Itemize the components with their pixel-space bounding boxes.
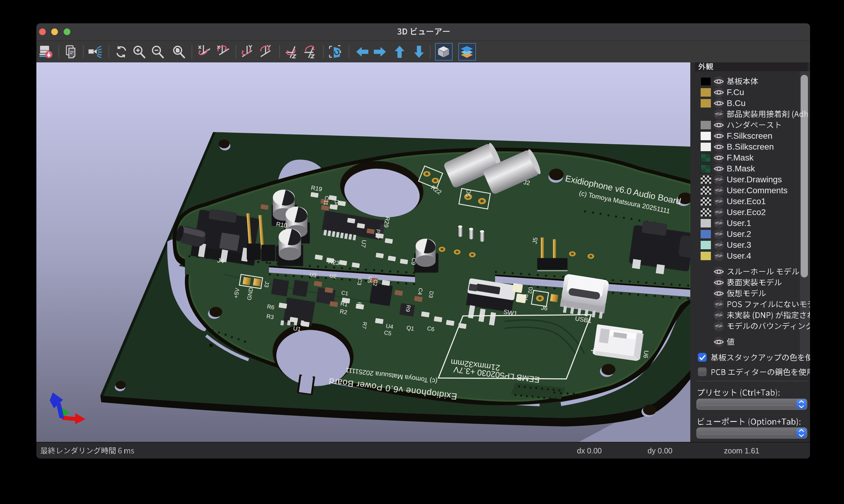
svg-text:User.2: User.2: [727, 229, 751, 239]
svg-text:U1: U1: [293, 325, 302, 332]
svg-text:C4: C4: [416, 287, 424, 295]
svg-text:D4: D4: [332, 199, 340, 207]
svg-text:User.Comments: User.Comments: [727, 186, 788, 195]
svg-text:User.3: User.3: [727, 240, 751, 250]
svg-text:R8: R8: [355, 301, 362, 309]
svg-text:User.Drawings: User.Drawings: [727, 175, 782, 184]
svg-text:C1: C1: [341, 290, 349, 296]
svg-text:R7: R7: [361, 321, 368, 329]
svg-text:U7: U7: [360, 239, 368, 248]
svg-text:User.4: User.4: [727, 251, 751, 260]
svg-text:U3: U3: [309, 271, 317, 278]
svg-text:F.Mask: F.Mask: [727, 153, 754, 162]
svg-text:User.Eco2: User.Eco2: [727, 208, 766, 217]
svg-text:C3: C3: [356, 278, 363, 286]
svg-text:R6: R6: [266, 303, 275, 311]
svg-text:C2: C2: [372, 279, 379, 286]
svg-text:C6: C6: [427, 325, 435, 332]
svg-text:U6: U6: [642, 350, 650, 359]
svg-text:J6: J6: [540, 304, 548, 312]
svg-text:C5: C5: [383, 329, 392, 337]
svg-text:J4: J4: [217, 256, 225, 265]
svg-text:D1: D1: [522, 293, 529, 301]
svg-text:J3: J3: [263, 281, 271, 288]
svg-text:User.1: User.1: [727, 218, 751, 228]
svg-text:R9: R9: [404, 304, 411, 312]
svg-text:F.Cu: F.Cu: [727, 88, 744, 97]
svg-text:F.Silkscreen: F.Silkscreen: [727, 131, 773, 141]
svg-text:B.Silkscreen: B.Silkscreen: [727, 142, 774, 151]
svg-text:D5: D5: [464, 189, 472, 197]
svg-text:R3: R3: [266, 313, 274, 321]
svg-text:U4: U4: [385, 323, 394, 330]
svg-text:J2: J2: [523, 179, 530, 186]
svg-text:B.Mask: B.Mask: [727, 164, 755, 173]
svg-text:U2: U2: [329, 273, 337, 280]
svg-text:R2: R2: [339, 308, 347, 316]
svg-text:D2: D2: [527, 286, 534, 294]
svg-text:B.Cu: B.Cu: [727, 98, 745, 108]
svg-text:R5: R5: [366, 276, 373, 283]
svg-text:C9: C9: [410, 257, 417, 265]
svg-text:R1: R1: [340, 300, 348, 308]
svg-text:Q1: Q1: [406, 324, 414, 332]
svg-text:D3: D3: [428, 290, 434, 298]
svg-text:User.Eco1: User.Eco1: [727, 197, 766, 206]
svg-text:J5: J5: [531, 237, 539, 244]
